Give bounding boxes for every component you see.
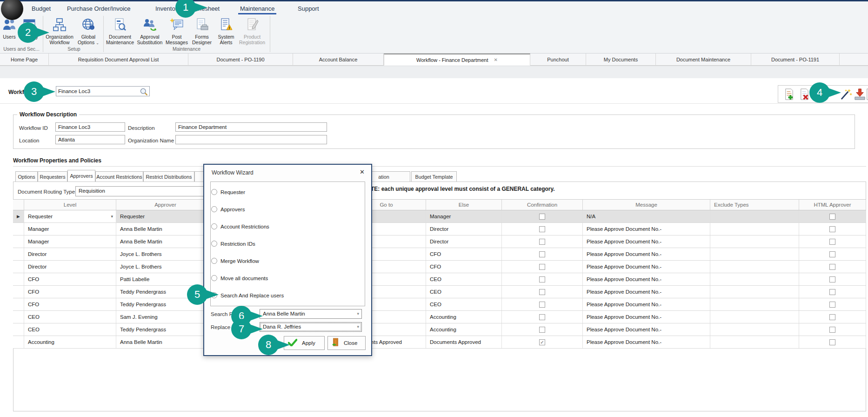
message-cell[interactable]: Please Approve Document No.- xyxy=(583,286,710,298)
html-approver-checkbox[interactable] xyxy=(829,289,835,295)
message-cell[interactable]: N/A xyxy=(583,210,710,222)
tab-account-balance[interactable]: Account Balance xyxy=(293,54,384,66)
exclude-types-cell[interactable] xyxy=(710,273,799,285)
table-row[interactable]: CFO Patti Labelle CEO Please Approve Doc… xyxy=(13,273,866,286)
level-cell[interactable]: CFO xyxy=(24,273,116,285)
table-row[interactable]: Director Joyce L. Brothers CFO Please Ap… xyxy=(13,261,866,273)
else-cell[interactable]: CEO xyxy=(426,286,502,298)
search-icon[interactable] xyxy=(140,87,148,98)
else-cell[interactable]: CFO xyxy=(426,248,502,260)
table-row[interactable]: CEO Sam J. Evening Accounting Please App… xyxy=(13,311,866,323)
message-cell[interactable]: Please Approve Document No.- xyxy=(583,273,710,285)
exclude-types-cell[interactable] xyxy=(710,336,799,348)
confirmation-checkbox[interactable] xyxy=(539,302,545,308)
column-header-else[interactable]: Else xyxy=(426,200,502,210)
wizard-option[interactable]: Approvers xyxy=(211,206,245,212)
level-cell[interactable]: Accounting xyxy=(24,336,116,348)
approver-cell[interactable]: Anna Belle Martin xyxy=(116,223,215,235)
approver-cell[interactable]: Requester xyxy=(116,210,215,222)
wizard-option[interactable]: Merge Workflow xyxy=(211,258,259,264)
radio-icon[interactable] xyxy=(211,189,217,195)
replace-with-combo[interactable]: Dana R. Jeffries ▾ xyxy=(260,322,362,332)
column-header-confirmation[interactable]: Confirmation xyxy=(502,200,583,210)
column-header-exclude-types[interactable]: Exclude Types xyxy=(710,200,799,210)
workflow-search-input[interactable] xyxy=(58,87,135,95)
html-approver-checkbox[interactable] xyxy=(829,314,835,320)
tab-requesters[interactable]: Requesters xyxy=(38,171,67,182)
level-cell[interactable]: CEO xyxy=(24,323,116,336)
search-for-combo[interactable]: Anna Belle Martin ▾ xyxy=(260,309,362,319)
table-row[interactable]: Director Joyce L. Brothers CFO Please Ap… xyxy=(13,248,866,261)
else-cell[interactable]: Director xyxy=(426,235,502,248)
tab-budget-template[interactable]: Budget Template xyxy=(411,171,457,182)
else-cell[interactable]: CFO xyxy=(426,261,502,273)
tab-account-restrictions[interactable]: Account Restrictions xyxy=(95,171,143,182)
approver-cell[interactable]: Anna Belle Martin xyxy=(116,235,215,248)
column-header-approver[interactable]: Approver xyxy=(116,200,215,210)
table-row[interactable]: CEO Teddy Pendergrass Accounting Please … xyxy=(13,323,866,336)
level-cell[interactable]: Manager xyxy=(24,223,116,235)
html-approver-checkbox[interactable] xyxy=(829,302,835,308)
ribbon-item-users[interactable]: Users xyxy=(0,16,19,40)
message-cell[interactable]: Please Approve Document No.- xyxy=(583,298,710,310)
confirmation-checkbox[interactable] xyxy=(539,276,545,282)
table-row[interactable]: Manager Anna Belle Martin Director Pleas… xyxy=(13,235,866,248)
message-cell[interactable]: Please Approve Document No.- xyxy=(583,323,710,336)
table-row[interactable]: CFO Teddy Pendergrass CEO Please Approve… xyxy=(13,298,866,311)
approver-cell[interactable]: Joyce L. Brothers xyxy=(116,261,215,273)
else-cell[interactable]: Accounting xyxy=(426,323,502,336)
tab-approvers[interactable]: Approvers xyxy=(67,170,95,182)
table-row[interactable]: CFO Teddy Pendergrass CEO Please Approve… xyxy=(13,286,866,298)
wizard-option[interactable]: Move all documents xyxy=(211,275,268,281)
wizard-wand-icon[interactable] xyxy=(840,88,852,101)
confirmation-checkbox[interactable] xyxy=(539,239,545,245)
message-cell[interactable]: Please Approve Document No.- xyxy=(583,311,710,323)
menu-purchase-order-invoice[interactable]: Purchase Order/Invoice xyxy=(65,4,133,13)
confirmation-checkbox[interactable] xyxy=(539,289,545,295)
confirmation-checkbox[interactable]: ✓ xyxy=(539,339,545,345)
exclude-types-cell[interactable] xyxy=(710,298,799,310)
level-cell[interactable]: Director xyxy=(24,248,116,260)
column-header-message[interactable]: Message xyxy=(583,200,710,210)
ribbon-item-post-messages[interactable]: Post Messages xyxy=(165,16,189,45)
html-approver-checkbox[interactable] xyxy=(829,226,835,232)
document-icon[interactable] xyxy=(865,88,868,101)
level-cell[interactable]: CFO xyxy=(24,298,116,310)
level-cell[interactable]: Requester▾ xyxy=(24,210,116,222)
approver-cell[interactable]: Sam J. Evening xyxy=(116,311,215,323)
tab-restrict-distributions[interactable]: Restrict Distributions xyxy=(143,171,194,182)
html-approver-checkbox[interactable] xyxy=(829,251,835,257)
radio-icon[interactable] xyxy=(211,241,217,247)
apply-button[interactable]: Apply xyxy=(284,336,325,350)
tab-workflow-finance-department[interactable]: Workflow - Finance Department ✕ xyxy=(384,54,530,66)
tab-document-po-1191[interactable]: Document - PO-1191 xyxy=(751,54,840,66)
message-cell[interactable]: Please Approve Document No.- xyxy=(583,261,710,273)
exclude-types-cell[interactable] xyxy=(710,223,799,235)
exclude-types-cell[interactable] xyxy=(710,235,799,248)
delete-document-icon[interactable] xyxy=(798,88,811,101)
exclude-types-cell[interactable] xyxy=(710,323,799,336)
message-cell[interactable]: Please Approve Document No.- xyxy=(583,336,710,348)
confirmation-checkbox[interactable] xyxy=(539,226,545,232)
wizard-option[interactable]: Requester xyxy=(211,189,245,195)
tab-options[interactable]: Options xyxy=(15,171,38,182)
new-document-icon[interactable] xyxy=(783,88,795,101)
save-icon[interactable] xyxy=(854,88,866,101)
exclude-types-cell[interactable] xyxy=(710,311,799,323)
organization-name-field[interactable] xyxy=(175,135,327,144)
confirmation-checkbox[interactable] xyxy=(539,314,545,320)
tab-document-maintenance[interactable]: Document Maintenance xyxy=(656,54,751,66)
tab-document-po-1190[interactable]: Document - PO-1190 xyxy=(188,54,293,66)
menu-support[interactable]: Support xyxy=(296,4,321,13)
exclude-types-cell[interactable] xyxy=(710,286,799,298)
wizard-option[interactable]: ● Search And Replace users xyxy=(211,292,284,298)
else-cell[interactable]: CEO xyxy=(426,298,502,310)
html-approver-checkbox[interactable] xyxy=(829,239,835,245)
close-icon[interactable]: ✕ xyxy=(360,168,365,175)
confirmation-checkbox[interactable] xyxy=(539,251,545,257)
ribbon-item-global-options[interactable]: i Global Options ⌄ xyxy=(75,16,101,46)
ribbon-item-product-registration[interactable]: Product Registration xyxy=(238,16,266,45)
approver-cell[interactable]: Teddy Pendergrass xyxy=(116,323,215,336)
else-cell[interactable]: Accounting xyxy=(426,311,502,323)
table-row[interactable]: Accounting Anna Belle Martin Documents A… xyxy=(13,336,866,349)
